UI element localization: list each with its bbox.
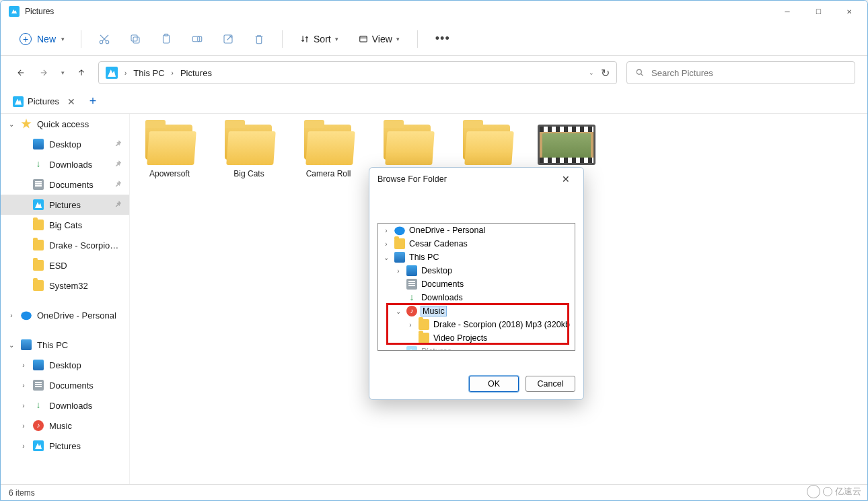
sidebar-item-label: Desktop [49, 139, 109, 149]
sidebar-item-label: Desktop [49, 360, 122, 370]
doc-icon [33, 380, 44, 391]
delete-button[interactable] [247, 27, 271, 51]
folder-icon [33, 220, 44, 230]
sidebar-item[interactable]: ›Pictures [1, 195, 129, 215]
folder-icon [33, 260, 44, 271]
sidebar-item[interactable]: ›Downloads [1, 395, 129, 415]
more-button[interactable]: ••• [429, 28, 457, 50]
tree-item[interactable]: ⌄Music [378, 304, 575, 318]
sort-button[interactable]: Sort ▾ [293, 30, 345, 48]
sidebar-item[interactable]: ›System32 [1, 275, 129, 296]
pictures-icon [13, 96, 24, 107]
svg-rect-3 [131, 35, 137, 41]
new-label: New [37, 34, 56, 44]
tab-pictures[interactable]: Pictures ✕ [6, 94, 82, 110]
search-icon [635, 68, 645, 77]
folder-icon [223, 125, 275, 165]
view-button[interactable]: View ▾ [352, 30, 406, 48]
copy-button[interactable] [123, 27, 147, 51]
sidebar-item[interactable]: ›Documents [1, 375, 129, 395]
sidebar-item-label: Drake - Scorpion (320) [49, 240, 122, 250]
dialog-close-button[interactable]: ✕ [556, 170, 575, 189]
pin-icon [114, 140, 122, 148]
close-button[interactable]: ✕ [834, 1, 865, 22]
tree-item[interactable]: ⌄This PC [378, 250, 575, 264]
sidebar-item[interactable]: ›Pictures [1, 436, 129, 456]
tree-item-label: This PC [409, 253, 439, 262]
tree-item-label: Pictures [421, 347, 451, 350]
window-title: Pictures [25, 7, 772, 16]
sidebar-item[interactable]: ›Drake - Scorpion (320) [1, 235, 129, 255]
chevron-down-icon: ⌄ [7, 121, 15, 128]
breadcrumb[interactable]: Pictures [180, 68, 212, 78]
rename-button[interactable] [185, 27, 209, 51]
tree-item[interactable]: ›OneDrive - Personal [378, 224, 575, 237]
tab-close-button[interactable]: ✕ [67, 96, 75, 107]
download-icon [33, 159, 44, 170]
star-icon [21, 119, 32, 129]
sidebar-item[interactable]: ›Desktop [1, 355, 129, 375]
tree-item[interactable]: Downloads [378, 291, 575, 304]
refresh-button[interactable]: ↻ [601, 67, 610, 79]
up-button[interactable] [74, 65, 89, 80]
tree-item-label: Music [421, 306, 446, 316]
sidebar-item[interactable]: ›Downloads [1, 154, 129, 174]
folder-item[interactable]: Big Cats [217, 125, 281, 178]
ok-button[interactable]: OK [469, 376, 519, 392]
tree-item[interactable]: ›Drake - Scorpion (2018) Mp3 (320kb [378, 318, 575, 331]
music-icon [406, 306, 417, 316]
separator [81, 30, 81, 48]
sidebar-onedrive[interactable]: › OneDrive - Personal [1, 305, 129, 325]
doc-icon [33, 179, 44, 190]
svg-rect-2 [133, 37, 139, 43]
tree-item-label: OneDrive - Personal [409, 226, 485, 235]
tree-item[interactable]: Documents [378, 277, 575, 291]
chevron-icon: › [406, 321, 414, 329]
location-icon [106, 67, 118, 79]
folder-icon [382, 125, 433, 165]
history-button[interactable]: ▾ [61, 69, 65, 76]
tree-item-label: Cesar Cadenas [409, 239, 468, 248]
paste-button[interactable] [154, 27, 178, 51]
chevron-icon: › [394, 267, 402, 275]
new-tab-button[interactable]: + [85, 94, 101, 110]
tree-item-label: Documents [421, 279, 464, 289]
tree-item[interactable]: Video Projects [378, 331, 575, 345]
chevron-icon: › [382, 240, 390, 248]
separator [417, 30, 418, 48]
sidebar-item[interactable]: ›Big Cats [1, 215, 129, 235]
cut-button[interactable] [92, 27, 116, 51]
tree-item[interactable]: ›Pictures [378, 345, 575, 350]
tree-item[interactable]: ›Cesar Cadenas [378, 237, 575, 250]
forward-button[interactable] [37, 65, 52, 80]
sidebar-item[interactable]: ›Music [1, 415, 129, 436]
doc-icon [406, 279, 417, 290]
sidebar-item[interactable]: ›ESD [1, 255, 129, 275]
share-button[interactable] [216, 27, 240, 51]
cancel-button[interactable]: Cancel [526, 376, 575, 392]
sidebar-quick-access[interactable]: ⌄ Quick access [1, 114, 129, 134]
tabs-row: Pictures ✕ + [1, 90, 867, 114]
chevron-down-icon: ⌄ [7, 341, 15, 349]
address-bar[interactable]: › This PC › Pictures ⌄ ↻ [98, 61, 617, 84]
chevron-icon: ⌄ [394, 308, 402, 315]
back-button[interactable] [13, 65, 28, 80]
sidebar-item-label: Music [49, 421, 122, 431]
address-dropdown[interactable]: ⌄ [589, 69, 594, 76]
search-bar[interactable] [626, 61, 855, 84]
search-input[interactable] [651, 68, 846, 78]
folder-tree[interactable]: ›OneDrive - Personal›Cesar Cadenas⌄This … [378, 224, 575, 350]
breadcrumb[interactable]: This PC [133, 68, 164, 78]
maximize-button[interactable]: ☐ [803, 1, 834, 22]
pic-icon [406, 346, 417, 350]
svg-point-10 [637, 69, 641, 74]
new-button[interactable]: + New ▾ [14, 29, 70, 49]
minimize-button[interactable]: ─ [772, 1, 803, 22]
tree-item[interactable]: ›Desktop [378, 264, 575, 277]
folder-item[interactable]: Camera Roll [297, 125, 360, 178]
sidebar-item[interactable]: ›Desktop [1, 134, 129, 154]
folder-item[interactable]: Apowersoft [138, 125, 201, 178]
svg-rect-9 [359, 36, 367, 41]
sidebar-item[interactable]: ›Documents [1, 174, 129, 195]
sidebar-this-pc[interactable]: ⌄ This PC [1, 335, 129, 355]
